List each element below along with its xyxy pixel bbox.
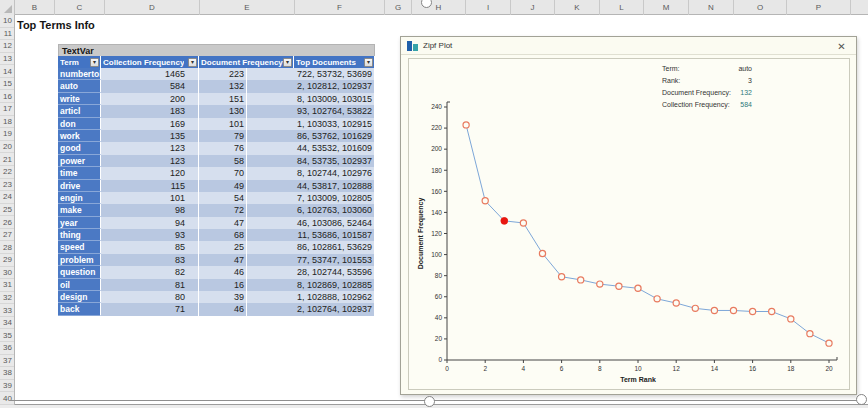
term-cell[interactable]: good xyxy=(58,142,101,154)
row-header[interactable]: 31 xyxy=(0,279,14,292)
top-documents-cell[interactable]: 8, 103009, 103015 xyxy=(247,93,375,105)
row-header[interactable]: 22 xyxy=(0,166,14,179)
filter-dropdown-icon[interactable]: ▾ xyxy=(364,58,373,67)
top-documents-cell[interactable]: 8, 102869, 102885 xyxy=(247,279,375,291)
row-header[interactable]: 23 xyxy=(0,179,14,192)
top-documents-cell[interactable]: 1, 103033, 102915 xyxy=(247,118,375,130)
collection-frequency-cell[interactable]: 169 xyxy=(101,118,199,130)
term-cell[interactable]: engin xyxy=(58,192,101,204)
collection-frequency-cell[interactable]: 81 xyxy=(101,279,199,291)
column-header[interactable]: K xyxy=(555,0,600,15)
top-documents-cell[interactable]: 93, 102764, 53822 xyxy=(247,105,375,117)
document-frequency-cell[interactable]: 25 xyxy=(199,241,247,253)
data-point[interactable] xyxy=(692,305,698,311)
data-point[interactable] xyxy=(463,122,469,128)
row-header[interactable]: 28 xyxy=(0,241,14,254)
row-header[interactable]: 29 xyxy=(0,254,14,267)
row-header[interactable]: 16 xyxy=(0,90,14,103)
row-header[interactable]: 30 xyxy=(0,267,14,280)
data-point[interactable] xyxy=(673,300,679,306)
column-header[interactable]: L xyxy=(600,0,644,15)
data-point[interactable] xyxy=(559,274,565,280)
top-documents-cell[interactable]: 722, 53732, 53699 xyxy=(247,68,375,80)
table-group-header[interactable]: TextVar xyxy=(58,44,375,56)
data-point[interactable] xyxy=(635,285,641,291)
data-point[interactable] xyxy=(520,220,526,226)
header-document-frequency[interactable]: Document Frequency ▾ xyxy=(199,56,294,68)
term-cell[interactable]: oil xyxy=(58,279,101,291)
close-icon[interactable]: ✕ xyxy=(835,40,848,53)
collection-frequency-cell[interactable]: 93 xyxy=(101,229,199,241)
row-header[interactable]: 24 xyxy=(0,191,14,204)
document-frequency-cell[interactable]: 46 xyxy=(199,266,247,278)
row-header[interactable]: 14 xyxy=(0,65,14,78)
sheet-title-cell[interactable]: Top Terms Info xyxy=(17,19,95,31)
term-cell[interactable]: don xyxy=(58,118,101,130)
selected-data-point[interactable] xyxy=(501,217,508,224)
column-header[interactable]: F xyxy=(295,0,385,15)
term-cell[interactable]: speed xyxy=(58,241,101,253)
collection-frequency-cell[interactable]: 120 xyxy=(101,167,199,179)
top-documents-cell[interactable]: 6, 102763, 103060 xyxy=(247,204,375,216)
collection-frequency-cell[interactable]: 82 xyxy=(101,266,199,278)
term-cell[interactable]: question xyxy=(58,266,101,278)
row-header[interactable]: 15 xyxy=(0,78,14,91)
document-frequency-cell[interactable]: 76 xyxy=(199,142,247,154)
collection-frequency-cell[interactable]: 101 xyxy=(101,192,199,204)
column-header[interactable]: C xyxy=(55,0,105,15)
document-frequency-cell[interactable]: 39 xyxy=(199,291,247,303)
document-frequency-cell[interactable]: 72 xyxy=(199,204,247,216)
column-header[interactable]: E xyxy=(200,0,295,15)
row-header[interactable]: 27 xyxy=(0,229,14,242)
top-documents-cell[interactable]: 2, 102764, 102937 xyxy=(247,303,375,315)
top-documents-cell[interactable]: 44, 53532, 101609 xyxy=(247,142,375,154)
data-point[interactable] xyxy=(539,250,545,256)
data-point[interactable] xyxy=(654,296,660,302)
select-all-corner[interactable] xyxy=(0,0,15,15)
row-header[interactable]: 11 xyxy=(0,28,14,41)
term-cell[interactable]: work xyxy=(58,130,101,142)
document-frequency-cell[interactable]: 130 xyxy=(199,105,247,117)
data-point[interactable] xyxy=(750,308,756,314)
row-header[interactable]: 26 xyxy=(0,216,14,229)
collection-frequency-cell[interactable]: 80 xyxy=(101,291,199,303)
top-documents-cell[interactable]: 46, 103086, 52464 xyxy=(247,217,375,229)
top-documents-cell[interactable]: 8, 102744, 102976 xyxy=(247,167,375,179)
term-cell[interactable]: year xyxy=(58,217,101,229)
term-cell[interactable]: thing xyxy=(58,229,101,241)
filter-dropdown-icon[interactable]: ▾ xyxy=(283,58,292,67)
top-documents-cell[interactable]: 11, 53686, 101587 xyxy=(247,229,375,241)
row-header[interactable]: 10 xyxy=(0,15,14,28)
term-cell[interactable]: drive xyxy=(58,180,101,192)
document-frequency-cell[interactable]: 223 xyxy=(199,68,247,80)
collection-frequency-cell[interactable]: 98 xyxy=(101,204,199,216)
column-header[interactable]: N xyxy=(689,0,734,15)
top-documents-cell[interactable]: 44, 53817, 102888 xyxy=(247,180,375,192)
row-header[interactable]: 25 xyxy=(0,204,14,217)
document-frequency-cell[interactable]: 68 xyxy=(199,229,247,241)
collection-frequency-cell[interactable]: 94 xyxy=(101,217,199,229)
zipf-line-chart[interactable]: 0204060801001201401601802002202400246810… xyxy=(409,59,849,389)
column-header[interactable]: I xyxy=(466,0,511,15)
term-cell[interactable]: auto xyxy=(58,80,101,92)
document-frequency-cell[interactable]: 70 xyxy=(199,167,247,179)
term-cell[interactable]: power xyxy=(58,155,101,167)
data-point[interactable] xyxy=(616,283,622,289)
column-header[interactable]: M xyxy=(644,0,689,15)
term-cell[interactable]: write xyxy=(58,93,101,105)
document-frequency-cell[interactable]: 46 xyxy=(199,303,247,315)
collection-frequency-cell[interactable]: 135 xyxy=(101,130,199,142)
header-top-documents[interactable]: Top Documents ▾ xyxy=(294,56,375,68)
document-frequency-cell[interactable]: 79 xyxy=(199,130,247,142)
row-header[interactable]: 34 xyxy=(0,317,14,330)
top-documents-cell[interactable]: 77, 53747, 101553 xyxy=(247,254,375,266)
row-header[interactable]: 35 xyxy=(0,329,14,342)
top-documents-cell[interactable]: 28, 102744, 53596 xyxy=(247,266,375,278)
row-header[interactable]: 40 xyxy=(0,392,14,405)
collection-frequency-cell[interactable]: 83 xyxy=(101,254,199,266)
document-frequency-cell[interactable]: 54 xyxy=(199,192,247,204)
data-point[interactable] xyxy=(769,308,775,314)
data-point[interactable] xyxy=(730,307,736,313)
selection-handle-bottom-right[interactable] xyxy=(856,394,867,405)
document-frequency-cell[interactable]: 58 xyxy=(199,155,247,167)
